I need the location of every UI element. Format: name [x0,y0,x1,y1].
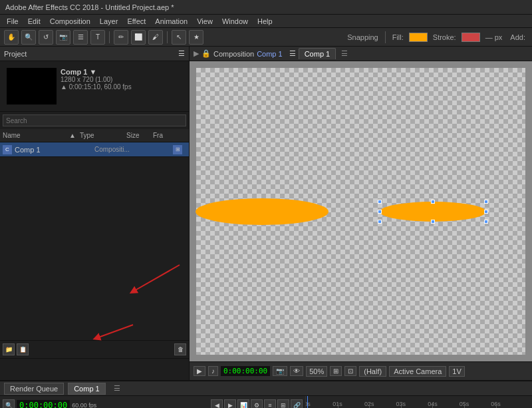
sep3 [385,31,386,43]
menu-layer[interactable]: Layer [96,17,122,26]
timeline-layers: 🔍 0:00:00:00 60.00 fps ◀ ▶ 📊 ⚙ ≡ ⊞ 🔗 👁 🔒 [0,396,306,408]
px-label: — px [483,33,505,41]
comp-panel-header: ▶ 🔒 Composition Comp 1 ☰ Comp 1 ☰ [190,47,532,61]
project-bottom-area: 📁 📋 🗑 [0,340,189,380]
menu-file[interactable]: File [3,17,23,26]
timeline-bars: 0s 01s 02s 03s 04s 05s 06s [306,396,532,408]
menu-window[interactable]: Window [218,17,252,26]
brush-tool[interactable]: 🖌 [148,30,163,45]
project-item-comp1[interactable]: C Comp 1 Compositi... ⊞ [0,142,189,157]
comp-tab[interactable]: Comp 1 [299,48,336,59]
handle-tl[interactable] [378,200,382,204]
tl-link-btn[interactable]: 🔗 [291,399,303,409]
project-search-area [0,112,189,129]
tl-right-controls: ◀ ▶ 📊 ⚙ ≡ ⊞ 🔗 [211,399,303,409]
handle-br[interactable] [484,220,488,224]
project-top-area: Comp 1 ▼ 1280 x 720 (1.00) ▲ 0:00:15:10,… [0,61,189,112]
comp-render-btn[interactable]: ▶ [194,366,205,376]
menu-view[interactable]: View [193,17,217,26]
tl-time-display[interactable]: 0:00:00:00 [17,400,70,409]
col-header-name: Name [3,132,69,139]
pen-tool[interactable]: ✏ [114,30,128,45]
tl-graph-btn[interactable]: 📊 [237,399,249,409]
menu-help[interactable]: Help [253,17,277,26]
project-item-name: Comp 1 [15,146,92,154]
sort-icon: ▲ [69,132,80,139]
comp-view-btn[interactable]: 👁 [290,366,303,376]
playhead[interactable] [307,396,308,408]
col-header-type: Type [80,132,126,139]
fill-swatch[interactable] [409,33,428,42]
timeline-menu[interactable]: ☰ [114,384,120,393]
delete-btn[interactable]: 🗑 [174,343,186,355]
rotate-tool[interactable]: ↺ [39,30,53,45]
toolbar: ✋ 🔍 ↺ 📷 ☰ T ✏ ⬜ 🖌 ↖ ★ Snapping Fill: Str… [0,28,532,47]
handle-bm[interactable] [431,220,435,224]
comp-viewer[interactable] [190,61,532,361]
stroke-swatch[interactable] [462,33,480,42]
comp-snapshot-btn[interactable]: 📷 [273,366,287,376]
comp-header-menu[interactable]: ☰ [289,49,296,58]
handle-tr[interactable] [484,200,488,204]
comp-lock-icon: 🔒 [201,49,211,58]
menu-effect[interactable]: Effect [123,17,150,26]
project-search-input[interactable] [3,114,186,126]
project-bottom-toolbar: 📁 📋 🗑 [0,341,189,359]
hand-tool[interactable]: ✋ [4,30,19,45]
stroke-label: Stroke: [430,33,459,41]
type-tool[interactable]: T [90,30,105,45]
shape-tool[interactable]: ★ [189,30,203,45]
comp-header-icon: ▶ [194,49,199,58]
comp-size: 1280 x 720 (1.00) [61,76,132,83]
comp-name: Comp 1 ▼ [61,68,132,76]
comp-fit-btn[interactable]: ⊞ [330,366,342,376]
tl-switch-btn[interactable]: ⊞ [277,399,289,409]
handle-bl[interactable] [378,220,382,224]
shape-layer-2[interactable] [196,198,329,225]
ruler-line-3 [401,403,402,408]
tl-next-frame[interactable]: ▶ [224,399,236,409]
tab-comp1[interactable]: Comp 1 [68,383,106,395]
new-folder-btn[interactable]: 📁 [3,343,15,355]
project-item-type: Compositi... [94,146,141,153]
zoom-tool[interactable]: 🔍 [21,30,36,45]
timeline-body: 🔍 0:00:00:00 60.00 fps ◀ ▶ 📊 ⚙ ≡ ⊞ 🔗 👁 🔒 [0,396,532,408]
new-comp-btn[interactable]: 📋 [17,343,29,355]
pan-tool[interactable]: ☰ [73,30,88,45]
view-layout-label[interactable]: 1V [449,366,464,377]
timeline-panel: Render Queue Comp 1 ☰ 🔍 0:00:00:00 60.00… [0,380,532,408]
tl-props-btn[interactable]: ⚙ [251,399,263,409]
ruler-line-4 [432,403,433,408]
comp-badge-icon: ⊞ [173,145,182,154]
add-label: Add: [507,33,528,41]
shape-layer-1[interactable] [380,202,486,222]
comp-tab-menu[interactable]: ☰ [341,49,348,58]
quality-label[interactable]: (Half) [359,366,386,377]
project-menu-icon[interactable]: ☰ [178,49,185,58]
menu-edit[interactable]: Edit [24,17,45,26]
camera-tool[interactable]: 📷 [56,30,70,45]
comp-time-display[interactable]: 0:00:00:00 [221,366,270,376]
col-header-size: Size [126,132,153,139]
menu-composition[interactable]: Composition [46,17,94,26]
camera-label[interactable]: Active Camera [389,366,446,377]
comp-safe-btn[interactable]: ⊡ [344,366,356,376]
comp-audio-btn[interactable]: ♪ [208,366,218,376]
handle-ml[interactable] [378,210,382,214]
tl-mode-btn[interactable]: ≡ [264,399,276,409]
tl-prev-frame[interactable]: ◀ [211,399,223,409]
sep1 [109,31,110,43]
mask-tool[interactable]: ⬜ [131,30,146,45]
tl-search-btn[interactable]: 🔍 [3,399,15,409]
title-bar: Adobe After Effects CC 2018 - Untitled P… [0,0,532,15]
ruler-line-5 [464,403,465,408]
menu-animation[interactable]: Animation [151,17,192,26]
project-item-extra: ⊞ [173,145,186,154]
ruler-line-1 [338,403,338,408]
comp-header-label: Composition [213,50,254,58]
select-tool[interactable]: ↖ [172,30,186,45]
tab-render-queue[interactable]: Render Queue [4,383,64,395]
handle-tm[interactable] [431,200,435,204]
handle-mr[interactable] [484,210,488,214]
zoom-label[interactable]: 50% [306,366,327,377]
